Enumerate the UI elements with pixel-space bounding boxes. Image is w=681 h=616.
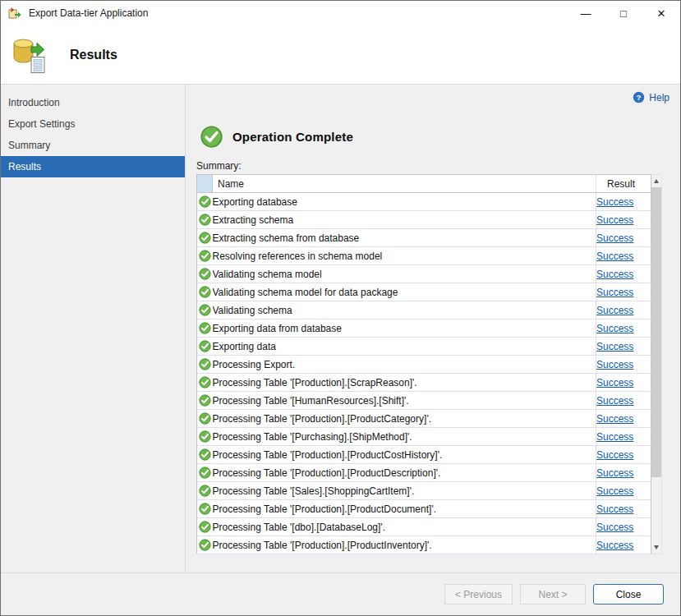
result-success-link[interactable]: Success (596, 485, 633, 497)
result-success-link[interactable]: Success (596, 449, 633, 461)
result-success-link[interactable]: Success (596, 413, 633, 425)
table-header-row: Name Result (197, 175, 651, 193)
minimize-button[interactable]: — (567, 1, 605, 25)
success-check-icon (199, 322, 211, 334)
result-success-link[interactable]: Success (596, 359, 633, 370)
result-row[interactable]: Processing Table '[dbo].[DatabaseLog]'.S… (197, 518, 651, 536)
result-row[interactable]: Processing Table '[Sales].[ShoppingCartI… (197, 482, 651, 500)
result-row[interactable]: Processing Table '[HumanResources].[Shif… (197, 392, 651, 410)
sidebar-item-introduction[interactable]: Introduction (1, 92, 185, 113)
result-row[interactable]: Exporting dataSuccess (197, 338, 651, 356)
result-row[interactable]: Processing Table '[Production].[ProductC… (197, 410, 651, 428)
result-row[interactable]: Resolving references in schema modelSucc… (197, 247, 651, 265)
success-check-icon (199, 394, 211, 407)
result-success-link[interactable]: Success (596, 305, 633, 316)
result-row[interactable]: Processing Table '[Production].[ProductD… (197, 500, 651, 518)
step-name: Exporting database (213, 193, 596, 211)
page-title: Results (70, 48, 117, 62)
success-check-icon (199, 521, 211, 533)
sidebar-item-results[interactable]: Results (1, 156, 185, 177)
result-success-link[interactable]: Success (596, 431, 633, 443)
step-name: Extracting schema from database (213, 229, 596, 247)
result-success-link[interactable]: Success (596, 395, 633, 407)
step-name: Processing Table '[Production].[ProductC… (213, 446, 596, 464)
step-name: Resolving references in schema model (213, 247, 596, 265)
success-check-icon (199, 250, 211, 262)
svg-text:?: ? (637, 93, 642, 102)
result-success-link[interactable]: Success (596, 251, 633, 262)
result-success-link[interactable]: Success (596, 467, 633, 479)
result-success-link[interactable]: Success (596, 341, 633, 352)
step-name: Processing Export. (213, 356, 596, 374)
maximize-button[interactable]: □ (605, 1, 642, 25)
success-check-icon (199, 412, 211, 425)
result-row[interactable]: Processing Table '[Production].[ScrapRea… (197, 374, 651, 392)
success-check-icon (199, 376, 211, 388)
result-row[interactable]: Processing Table '[Production].[ProductC… (197, 446, 651, 464)
next-button[interactable]: Next > (520, 584, 586, 605)
step-name: Validating schema model for data package (213, 283, 596, 301)
result-success-link[interactable]: Success (596, 522, 633, 533)
scrollbar-down-button[interactable] (651, 541, 661, 554)
success-check-icon (199, 448, 211, 461)
result-row[interactable]: Validating schemaSuccess (197, 301, 651, 319)
step-name: Processing Table '[dbo].[DatabaseLog]'. (213, 518, 596, 536)
title-bar: Export Data-tier Application — □ ✕ (1, 1, 680, 25)
close-window-button[interactable]: ✕ (642, 1, 680, 25)
result-column-header: Result (596, 175, 651, 193)
result-row[interactable]: Validating schema modelSuccess (197, 265, 651, 283)
content-pane: ? Help Operation Complete Summary: (186, 85, 680, 572)
step-name: Processing Table '[Production].[ProductD… (213, 464, 596, 482)
vertical-scrollbar[interactable] (651, 174, 662, 554)
success-check-icon (199, 214, 211, 226)
step-name: Exporting data (213, 338, 596, 356)
step-name: Validating schema (213, 301, 596, 319)
step-name: Processing Table '[Production].[ScrapRea… (213, 374, 596, 392)
success-check-icon (199, 430, 211, 443)
success-check-icon (199, 467, 211, 479)
result-row[interactable]: Exporting databaseSuccess (197, 193, 651, 211)
export-database-icon (11, 36, 48, 74)
success-check-icon (199, 485, 211, 497)
previous-button[interactable]: < Previous (444, 584, 513, 605)
app-icon (8, 7, 21, 20)
result-row[interactable]: Processing Table '[Production].[ProductD… (197, 464, 651, 482)
summary-label: Summary: (196, 160, 669, 172)
success-check-icon (199, 340, 211, 352)
result-row[interactable]: Processing Export.Success (197, 356, 651, 374)
help-link[interactable]: ? Help (633, 91, 669, 103)
scrollbar-thumb[interactable] (651, 187, 661, 477)
result-success-link[interactable]: Success (596, 232, 633, 244)
result-success-link[interactable]: Success (596, 323, 633, 334)
scrollbar-up-button[interactable] (651, 175, 661, 187)
result-success-link[interactable]: Success (596, 196, 633, 208)
step-name: Processing Table '[Purchasing].[ShipMeth… (213, 428, 596, 446)
result-row[interactable]: Exporting data from databaseSuccess (197, 319, 651, 338)
close-button[interactable]: Close (593, 584, 664, 605)
success-check-icon (199, 358, 211, 370)
step-name: Exporting data from database (213, 319, 596, 338)
success-check-icon (199, 286, 211, 298)
result-success-link[interactable]: Success (596, 377, 633, 388)
result-row[interactable]: Validating schema model for data package… (197, 283, 651, 301)
result-success-link[interactable]: Success (596, 269, 633, 280)
scrollbar-track[interactable] (651, 187, 661, 541)
sidebar-item-export-settings[interactable]: Export Settings (1, 113, 185, 135)
result-success-link[interactable]: Success (596, 540, 633, 551)
success-check-icon (199, 503, 211, 515)
result-success-link[interactable]: Success (596, 503, 633, 515)
result-success-link[interactable]: Success (596, 287, 633, 298)
icon-column-header (197, 175, 213, 193)
status-title: Operation Complete (232, 130, 353, 144)
result-row[interactable]: Extracting schema from databaseSuccess (197, 229, 651, 247)
result-row[interactable]: Extracting schemaSuccess (197, 211, 651, 229)
sidebar-item-summary[interactable]: Summary (1, 135, 185, 156)
result-row[interactable]: Processing Table '[Purchasing].[ShipMeth… (197, 428, 651, 446)
result-success-link[interactable]: Success (596, 214, 633, 226)
results-table: Name Result Exporting databaseSuccessExt… (196, 174, 651, 554)
result-row[interactable]: Processing Table '[Production].[ProductI… (197, 536, 651, 554)
step-name: Processing Table '[Production].[ProductD… (213, 500, 596, 518)
window-controls: — □ ✕ (567, 1, 680, 25)
export-data-tier-application-window: Export Data-tier Application — □ ✕ Resul… (0, 0, 681, 616)
step-name: Processing Table '[Production].[ProductI… (213, 536, 596, 554)
